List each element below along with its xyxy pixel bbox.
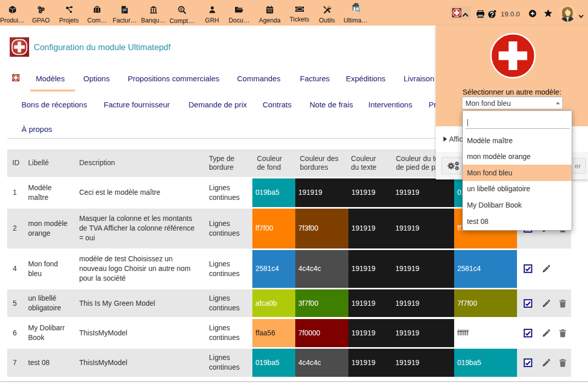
svg-text:€: € — [180, 7, 182, 12]
